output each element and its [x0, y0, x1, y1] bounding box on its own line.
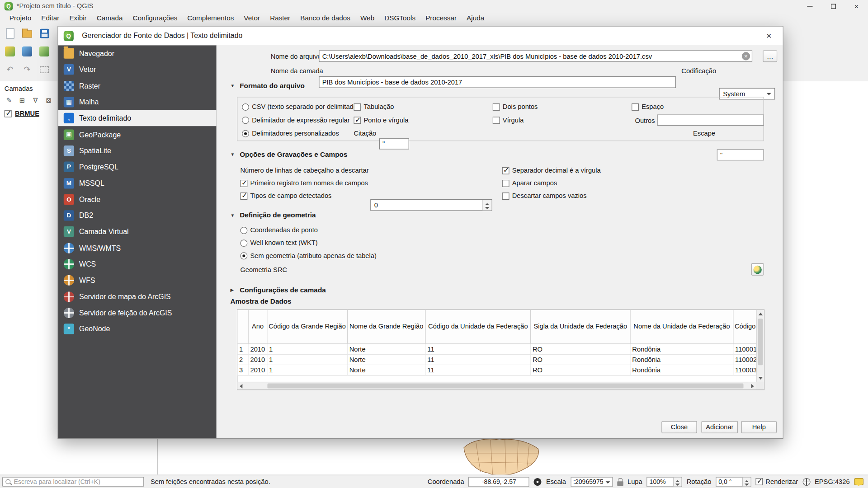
sidebar-item[interactable]: P PostgreSQL [58, 159, 217, 175]
messages-log-icon[interactable] [854, 478, 863, 485]
toolbar-button[interactable] [20, 45, 33, 58]
sidebar-item[interactable]: WCS [58, 256, 217, 272]
sidebar-item[interactable]: , Texto delimitado [58, 110, 217, 127]
spin-up-icon[interactable] [743, 477, 750, 482]
maximize-button[interactable] [821, 0, 844, 12]
panel-tool-button[interactable]: ⊞ [18, 96, 27, 105]
table-row[interactable]: 2 2010 1 Norte 11 RO Rondônia 1100023 [237, 355, 757, 365]
layer-name-input[interactable] [319, 76, 676, 88]
sidebar-item[interactable]: D DB2 [58, 207, 217, 224]
browse-file-button[interactable]: … [763, 50, 777, 62]
column-header[interactable]: Ano [249, 310, 268, 344]
spin-down-icon[interactable] [743, 482, 750, 486]
rotation-spinbox[interactable]: 0,0 ° [716, 477, 751, 487]
scroll-down-icon[interactable] [757, 374, 764, 382]
scroll-right-icon[interactable] [749, 382, 756, 390]
menu-item[interactable]: DSGTools [379, 12, 420, 24]
clear-file-icon[interactable]: × [742, 52, 750, 60]
discard-empty-checkbox[interactable]: Descartar campos vazios [502, 191, 587, 201]
lock-scale-icon[interactable] [617, 478, 623, 485]
colon-checkbox[interactable]: Dois pontos [493, 102, 538, 112]
vertical-scrollbar-thumb[interactable] [758, 319, 763, 365]
menu-item[interactable]: Projeto [5, 12, 37, 24]
extent-toggle-icon[interactable] [534, 478, 542, 485]
toolbar-button[interactable] [3, 27, 16, 40]
column-header[interactable]: Código da Unidade da Federação [426, 310, 531, 344]
sidebar-item[interactable]: Raster [58, 78, 217, 94]
first-record-checkbox[interactable]: Primeiro registro tem nomes de campos [240, 178, 368, 188]
sidebar-item[interactable]: V Camada Virtual [58, 224, 217, 240]
magnifier-spinbox[interactable]: 100% [646, 477, 682, 487]
horizontal-scrollbar-thumb[interactable] [267, 384, 743, 389]
geometry-radio[interactable]: Sem geometria (atributo apenas de tabela… [240, 251, 376, 261]
header-lines-spinbox[interactable]: 0 [370, 199, 492, 211]
table-row[interactable]: 1 2010 1 Norte 11 RO Rondônia 1100015 [237, 344, 757, 355]
crs-status-icon[interactable] [802, 478, 810, 485]
spin-down-icon[interactable] [483, 205, 492, 211]
menu-item[interactable]: Exibir [64, 12, 91, 24]
file-path-input[interactable] [319, 50, 752, 62]
toolbar-button[interactable]: ↷ [20, 63, 33, 76]
close-button[interactable]: × [845, 0, 868, 12]
menu-item[interactable]: Camada [92, 12, 128, 24]
spin-up-icon[interactable] [674, 477, 681, 482]
toolbar-button[interactable] [38, 45, 51, 58]
spin-up-icon[interactable] [483, 200, 492, 205]
sidebar-item[interactable]: WMS/WMTS [58, 240, 217, 256]
toolbar-button[interactable]: ↶ [3, 63, 16, 76]
sidebar-item[interactable]: S SpatiaLite [58, 143, 217, 159]
sidebar-item[interactable]: ▣ GeoPackage [58, 127, 217, 143]
geometry-radio[interactable]: Coordenadas de ponto [240, 225, 376, 235]
column-header[interactable] [237, 310, 248, 344]
layer-visibility-checkbox[interactable] [5, 110, 12, 117]
column-header[interactable]: Nome da Grande Região [348, 310, 426, 344]
file-format-radio[interactable]: Delimitadores personalizados [242, 128, 362, 138]
menu-item[interactable]: Configurações [128, 12, 183, 24]
horizontal-scrollbar[interactable] [237, 382, 756, 389]
table-row[interactable]: 3 2010 1 Norte 11 RO Rondônia 1100031 [237, 365, 757, 375]
menu-item[interactable]: Vetor [239, 12, 265, 24]
locator-search[interactable] [2, 477, 144, 487]
trim-fields-checkbox[interactable]: Aparar campos [502, 178, 557, 188]
escape-input[interactable] [717, 150, 764, 160]
tab-checkbox[interactable]: Tabulação [354, 102, 394, 112]
toolbar-button[interactable] [20, 27, 33, 40]
add-button[interactable]: Adicionar [701, 421, 738, 433]
menu-item[interactable]: Web [355, 12, 379, 24]
crs-select-button[interactable] [751, 263, 764, 276]
sidebar-item[interactable]: ▦ Malha [58, 94, 217, 110]
close-dialog-button[interactable]: Close [661, 421, 697, 433]
records-section-header[interactable]: ▼ Opções de Gravações e Campos [230, 150, 347, 158]
vertical-scrollbar[interactable] [756, 310, 764, 382]
spin-down-icon[interactable] [674, 482, 681, 486]
sidebar-item[interactable]: * GeoNode [58, 321, 217, 337]
file-format-section-header[interactable]: ▼ Formato do arquivo [230, 82, 305, 89]
space-checkbox[interactable]: Espaço [632, 102, 664, 112]
sidebar-item[interactable]: O Oracle [58, 191, 217, 207]
scroll-up-icon[interactable] [757, 310, 764, 318]
sidebar-item[interactable]: Servidor de mapa do ArcGIS [58, 289, 217, 305]
panel-tool-button[interactable]: ✎ [5, 96, 14, 105]
column-header[interactable]: Código da Grande Região [267, 310, 348, 344]
decimal-comma-checkbox[interactable]: Separador decimal é a vírgula [502, 165, 601, 175]
minimize-button[interactable] [798, 0, 821, 12]
file-format-radio[interactable]: Delimitador de expressão regular [242, 115, 362, 125]
sidebar-item[interactable]: WFS [58, 272, 217, 289]
sidebar-item[interactable]: V Vetor [58, 61, 217, 78]
file-format-radio[interactable]: CSV (texto separado por delimitador) [242, 102, 362, 112]
quote-input[interactable] [379, 138, 409, 149]
sidebar-item[interactable]: M MSSQL [58, 175, 217, 191]
render-checkbox[interactable]: Renderizar [755, 478, 798, 485]
toolbar-button[interactable] [38, 63, 51, 76]
scale-combobox[interactable]: :20965975 [571, 477, 613, 487]
others-input[interactable] [657, 114, 764, 125]
column-header[interactable]: Nome da Unidade da Federação [631, 310, 734, 344]
panel-tool-button[interactable]: ⊠ [44, 96, 53, 105]
menu-item[interactable]: Editar [36, 12, 64, 24]
layer-settings-section-header[interactable]: ▶ Configurações de camada [230, 286, 326, 294]
help-button[interactable]: Help [741, 421, 777, 433]
menu-item[interactable]: Raster [265, 12, 295, 24]
toolbar-button[interactable] [38, 27, 51, 40]
sidebar-item[interactable]: Navegador [58, 45, 217, 61]
sidebar-item[interactable]: Servidor de feição do ArcGIS [58, 305, 217, 321]
